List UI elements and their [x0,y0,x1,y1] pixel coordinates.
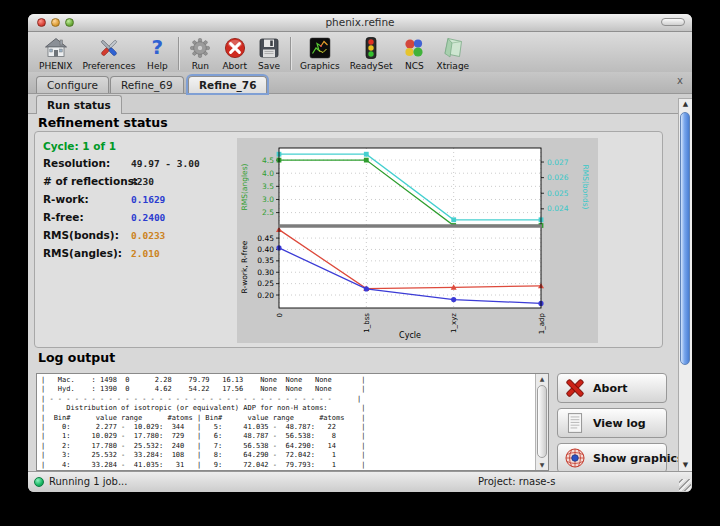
svg-text:1_xyz: 1_xyz [450,313,458,333]
stat-r-work: R-work: 0.1629 [43,193,233,205]
toolbar: PHENIX Preferences ? Help Run Abort [28,32,692,73]
svg-text:1_adp: 1_adp [538,312,546,334]
stat-resolution: Resolution: 49.97 - 3.00 [43,157,233,169]
refinement-chart: 2.53.03.54.04.50.0240.0250.0260.027RMS(b… [237,138,598,343]
svg-text:0.35: 0.35 [257,256,274,265]
svg-text:4.0: 4.0 [262,169,274,178]
stat-value: 0.1629 [131,194,165,205]
window-title: phenix.refine [28,16,692,28]
stat-rms-bonds: RMS(bonds): 0.0233 [43,229,233,241]
view-log-button[interactable]: View log [557,408,667,438]
graphics-molecule-icon [308,36,332,60]
log-text: | Mac. : 1498 0 2.28 79.79 16.13 None No… [37,374,548,470]
svg-text:0.25: 0.25 [257,279,274,288]
svg-text:0: 0 [276,313,284,317]
toolbar-button-run[interactable]: Run [183,29,217,72]
button-label: Show graphics [593,452,684,465]
scroll-down-icon[interactable]: ▼ [679,460,692,471]
toolbar-button-readyset[interactable]: ReadySet [345,29,398,72]
stat-label: # of reflections: [43,175,138,187]
stat-value: 0.2400 [131,212,165,223]
toolbar-button-abort[interactable]: Abort [217,29,252,72]
graphics-sphere-icon [564,447,586,469]
toolbar-button-xtriage[interactable]: Xtriage [431,29,474,72]
stat-label: R-free: [43,211,84,223]
toolbar-toggle-button[interactable] [661,18,685,26]
scroll-down-icon[interactable]: ▼ [536,460,548,470]
toolbar-button-label: Abort [222,61,247,71]
abort-button[interactable]: Abort [557,373,667,403]
readyset-traffic-light-icon [359,36,383,60]
svg-text:0.30: 0.30 [257,268,274,277]
run-gear-icon [188,36,212,60]
phenix-home-icon [44,36,68,60]
subtab-label: Run status [47,99,111,111]
project-label: Project: rnase-s [478,476,555,487]
stat-label: Resolution: [43,157,110,169]
log-scrollbar-thumb[interactable] [537,385,547,458]
toolbar-button-label: ReadySet [350,61,393,71]
stat-value: 0.0233 [131,230,165,241]
toolbar-button-label: Run [192,61,209,71]
toolbar-button-help[interactable]: ? Help [140,29,174,72]
show-graphics-button[interactable]: Show graphics [557,443,667,473]
log-output-box[interactable]: | Mac. : 1498 0 2.28 79.79 16.13 None No… [36,373,549,471]
abort-x-icon [564,377,586,399]
stat-value: 49.97 - 3.00 [131,158,200,169]
stat-label: R-work: [43,193,89,205]
main-scrollbar[interactable]: ▲ ▼ [678,98,692,472]
toolbar-separator [178,37,179,70]
svg-text:0.026: 0.026 [547,173,569,182]
tab-close-icon[interactable]: x [677,75,683,87]
svg-text:4.5: 4.5 [262,156,274,165]
toolbar-button-save[interactable]: Save [252,29,286,72]
svg-text:2.5: 2.5 [262,208,274,217]
tab-label: Configure [47,79,98,91]
toolbar-button-preferences[interactable]: Preferences [77,29,140,72]
tab-refine-69[interactable]: Refine_69 [110,76,184,93]
stat-reflections: # of reflections: 4230 [43,175,233,187]
toolbar-button-label: Xtriage [436,61,469,71]
stat-value: 4230 [131,176,154,187]
cycle-indicator: Cycle: 1 of 1 [43,140,116,152]
button-label: View log [593,417,646,430]
help-icon: ? [145,36,169,60]
toolbar-button-ncs[interactable]: NCS [397,29,431,72]
main-scrollbar-thumb[interactable] [680,112,690,365]
svg-text:Cycle: Cycle [399,331,421,340]
toolbar-separator [290,37,291,70]
svg-text:0.024: 0.024 [547,204,569,213]
preferences-tools-icon [97,36,121,60]
save-floppy-icon [257,36,281,60]
status-message: Running 1 job... [49,476,127,487]
stat-value: 2.010 [131,248,160,259]
tab-label: Refine_76 [199,79,256,91]
toolbar-button-label: Preferences [82,61,135,71]
stat-r-free: R-free: 0.2400 [43,211,233,223]
toolbar-button-label: Save [258,61,280,71]
toolbar-button-graphics[interactable]: Graphics [295,29,345,72]
app-window: phenix.refine PHENIX Preferences ? Help … [28,14,692,492]
svg-text:R-work, R-free: R-work, R-free [240,240,249,293]
abort-icon [223,36,247,60]
scroll-up-icon[interactable]: ▲ [536,374,548,384]
statusbar: Running 1 job... Project: rnase-s [28,471,692,492]
svg-text:RMS(bonds): RMS(bonds) [581,164,590,209]
refinement-status-heading: Refinement status [38,115,168,130]
tab-configure[interactable]: Configure [36,76,109,93]
scroll-up-icon[interactable]: ▲ [679,99,692,110]
resize-grip[interactable] [679,479,691,491]
tab-refine-76[interactable]: Refine_76 [188,76,267,93]
toolbar-button-phenix[interactable]: PHENIX [34,29,77,72]
svg-text:3.0: 3.0 [262,195,274,204]
document-icon [564,412,586,434]
button-label: Abort [593,382,628,395]
xtriage-crystal-icon [441,36,465,60]
running-indicator-icon [34,477,44,487]
toolbar-button-label: Graphics [300,61,340,71]
tab-run-status[interactable]: Run status [36,95,122,114]
log-scrollbar[interactable]: ▲ ▼ [535,374,548,470]
svg-text:0.025: 0.025 [547,189,569,198]
content-area: Run status Refinement status Cycle: 1 of… [28,94,692,472]
run-status-page: Refinement status Cycle: 1 of 1 Resoluti… [28,113,678,472]
